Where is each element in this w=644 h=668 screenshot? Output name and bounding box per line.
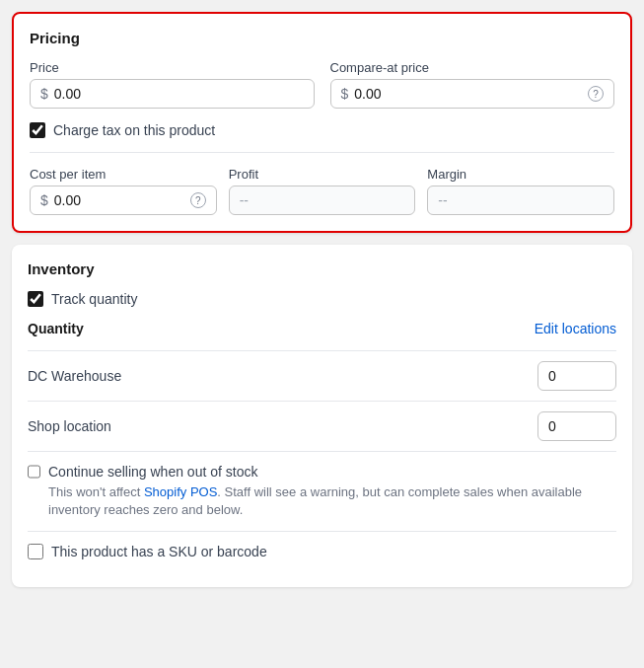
charge-tax-label[interactable]: Charge tax on this product: [53, 122, 215, 138]
cost-profit-margin-row: Cost per item $ ? Profit Margin: [30, 167, 614, 215]
compare-at-price-field-group: Compare-at price $ ?: [330, 60, 615, 109]
dc-warehouse-row: DC Warehouse: [28, 350, 616, 401]
shop-location-label: Shop location: [28, 418, 111, 434]
price-input-wrapper[interactable]: $: [30, 79, 315, 109]
charge-tax-checkbox[interactable]: [30, 122, 45, 138]
margin-label: Margin: [427, 167, 614, 182]
continue-selling-checkbox[interactable]: [28, 464, 40, 480]
inventory-title: Inventory: [28, 260, 616, 277]
cost-per-item-input[interactable]: [54, 192, 184, 208]
compare-at-price-label: Compare-at price: [330, 60, 615, 75]
cost-per-item-input-wrapper[interactable]: $ ?: [30, 186, 217, 215]
cost-per-item-help-icon[interactable]: ?: [190, 192, 206, 208]
track-quantity-label[interactable]: Track quantity: [51, 291, 137, 307]
compare-at-price-input[interactable]: [354, 86, 582, 102]
compare-at-price-input-wrapper[interactable]: $ ?: [330, 79, 615, 109]
shop-location-row: Shop location: [28, 401, 616, 451]
dc-warehouse-label: DC Warehouse: [28, 368, 121, 384]
margin-field-group: Margin: [427, 167, 614, 215]
compare-at-price-help-icon[interactable]: ?: [588, 86, 604, 102]
cost-currency-symbol: $: [40, 192, 48, 208]
inventory-card: Inventory Track quantity Quantity Edit l…: [12, 245, 632, 587]
pricing-title: Pricing: [30, 30, 614, 46]
profit-label: Profit: [229, 167, 416, 182]
out-of-stock-row: Continue selling when out of stock This …: [28, 451, 616, 531]
dc-warehouse-input[interactable]: [537, 361, 616, 391]
shopify-pos-link[interactable]: Shopify POS: [144, 484, 217, 499]
quantity-title: Quantity: [28, 321, 84, 336]
cost-per-item-field-group: Cost per item $ ?: [30, 167, 217, 215]
compare-currency-symbol: $: [341, 86, 349, 102]
price-input[interactable]: [54, 86, 304, 102]
out-of-stock-text: Continue selling when out of stock This …: [48, 464, 616, 519]
cost-per-item-label: Cost per item: [30, 167, 217, 182]
sku-barcode-checkbox[interactable]: [28, 544, 43, 559]
track-quantity-row: Track quantity: [28, 291, 616, 307]
price-currency-symbol: $: [40, 86, 48, 102]
margin-input: [438, 192, 604, 208]
description-prefix: This won't affect: [48, 484, 144, 499]
edit-locations-link[interactable]: Edit locations: [535, 321, 616, 336]
price-field-group: Price $: [30, 60, 315, 109]
continue-selling-description: This won't affect Shopify POS. Staff wil…: [48, 483, 616, 519]
sku-barcode-label[interactable]: This product has a SKU or barcode: [51, 544, 267, 559]
profit-field-group: Profit: [229, 167, 416, 215]
margin-input-wrapper: [427, 186, 614, 215]
sku-barcode-row: This product has a SKU or barcode: [28, 531, 616, 571]
quantity-header: Quantity Edit locations: [28, 321, 616, 336]
charge-tax-row: Charge tax on this product: [30, 122, 614, 138]
price-label: Price: [30, 60, 315, 75]
pricing-divider: [30, 152, 614, 153]
price-row: Price $ Compare-at price $ ?: [30, 60, 614, 109]
profit-input-wrapper: [229, 186, 416, 215]
track-quantity-checkbox[interactable]: [28, 291, 43, 307]
shop-location-input[interactable]: [537, 411, 616, 441]
pricing-card: Pricing Price $ Compare-at price $ ? Cha…: [12, 12, 632, 233]
profit-input: [240, 192, 405, 208]
continue-selling-label[interactable]: Continue selling when out of stock: [48, 464, 616, 480]
